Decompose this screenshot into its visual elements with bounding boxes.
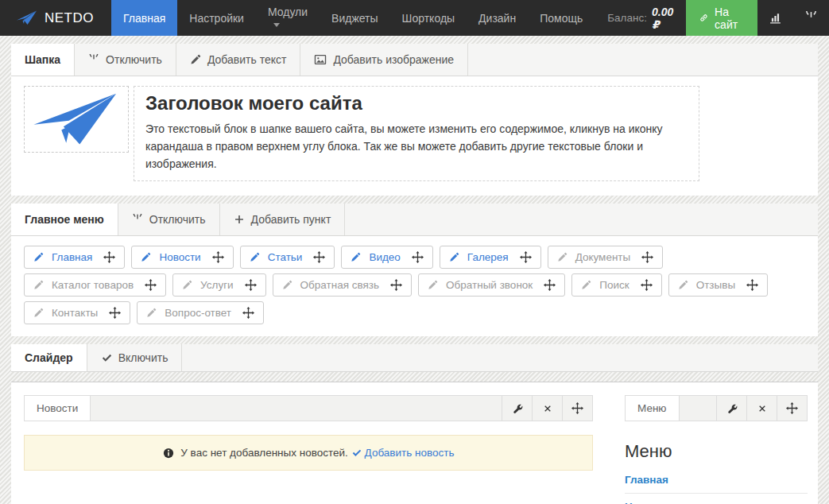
menu-item-button[interactable]: Новости	[131, 246, 233, 269]
menu-item-button[interactable]: Главная	[24, 246, 125, 269]
navbar-menu: Главная Настройки Модули Виджеты Шорткод…	[111, 0, 595, 36]
menu-item-button[interactable]: Контакты	[24, 301, 130, 324]
pencil-icon[interactable]	[182, 280, 192, 290]
move-icon[interactable]	[777, 396, 807, 421]
move-icon[interactable]	[562, 396, 592, 421]
brand-name: NETDO	[45, 10, 94, 26]
tab-slider[interactable]: Слайдер	[11, 344, 87, 371]
pencil-icon[interactable]	[33, 252, 44, 262]
to-site-button[interactable]: На сайт	[686, 0, 757, 36]
menu-item-button[interactable]: Обратный звонок	[418, 273, 565, 297]
pencil-icon[interactable]	[33, 308, 44, 318]
menu-disable-button[interactable]: Отключить	[118, 204, 220, 235]
empty-news-alert: У вас нет добавленных новостей. Добавить…	[24, 435, 593, 471]
tab-main-menu[interactable]: Главное меню	[11, 204, 118, 235]
pencil-icon[interactable]	[428, 280, 438, 290]
menu-item-label: Услуги	[200, 279, 234, 291]
wrench-icon[interactable]	[502, 396, 532, 421]
navbar-right: Баланс: 0.00 ₽ На сайт	[595, 0, 829, 36]
move-icon[interactable]	[520, 251, 532, 263]
menu-item-button[interactable]: Вопрос-ответ	[137, 301, 264, 324]
move-icon[interactable]	[242, 307, 254, 319]
menu-item-label: Контакты	[52, 307, 98, 319]
link-icon	[699, 12, 708, 24]
pencil-icon[interactable]	[282, 280, 292, 290]
move-icon[interactable]	[641, 251, 653, 263]
move-icon[interactable]	[145, 279, 157, 291]
add-news-link[interactable]: Добавить новость	[351, 447, 455, 459]
menu-item-button[interactable]: Отзывы	[668, 273, 768, 297]
move-icon[interactable]	[641, 279, 653, 291]
pencil-icon[interactable]	[581, 280, 591, 290]
header-disable-button[interactable]: Отключить	[75, 44, 176, 76]
site-title: Заголовок моего сайта	[145, 92, 688, 114]
sidebar-menu-link[interactable]: Новости	[625, 494, 808, 504]
stats-button[interactable]	[757, 0, 793, 36]
menu-add-item-button[interactable]: Добавить пункт	[220, 204, 346, 235]
move-icon[interactable]	[212, 251, 224, 263]
menu-item-button[interactable]: Видео	[341, 246, 432, 269]
nav-item[interactable]: Виджеты	[320, 0, 390, 36]
pencil-icon[interactable]	[33, 280, 44, 290]
pencil-icon[interactable]	[141, 252, 151, 262]
nav-item[interactable]: Шорткоды	[390, 0, 467, 36]
move-icon[interactable]	[544, 279, 556, 291]
close-icon[interactable]	[746, 396, 777, 421]
to-site-label: На сайт	[715, 6, 744, 31]
pencil-icon[interactable]	[449, 252, 459, 262]
menu-item-button[interactable]: Услуги	[172, 273, 266, 297]
menu-item-button[interactable]: Галерея	[440, 246, 541, 269]
news-widget-tab[interactable]: Новости	[25, 396, 91, 421]
menu-item-button[interactable]: Поиск	[571, 273, 661, 297]
header-add-text-button[interactable]: Добавить текст	[176, 44, 301, 76]
site-preview-area: Новости	[11, 382, 818, 504]
pencil-icon[interactable]	[557, 252, 568, 262]
menu-item-button[interactable]: Статьи	[240, 246, 335, 269]
move-icon[interactable]	[390, 279, 402, 291]
power-icon	[132, 214, 143, 225]
slider-enable-button[interactable]: Включить	[87, 344, 183, 371]
move-icon[interactable]	[245, 279, 257, 291]
menu-item-button[interactable]: Документы	[548, 246, 664, 269]
nav-item[interactable]: Помощь	[528, 0, 595, 36]
menu-item-label: Галерея	[467, 251, 509, 263]
site-header-text-block[interactable]: Заголовок моего сайта Это текстовый блок…	[134, 86, 699, 181]
nav-item[interactable]: Модули	[256, 0, 320, 36]
menu-item-label: Документы	[575, 251, 631, 263]
tab-header[interactable]: Шапка	[11, 44, 75, 76]
close-icon[interactable]	[532, 396, 562, 421]
pencil-icon[interactable]	[678, 280, 688, 290]
menu-item-button[interactable]: Обратная связь	[273, 273, 412, 297]
pencil-icon[interactable]	[146, 308, 157, 318]
menu-widget: Меню Меню	[625, 395, 808, 504]
nav-item[interactable]: Главная	[111, 0, 177, 36]
brand[interactable]: NETDO	[0, 0, 111, 36]
nav-item[interactable]: Дизайн	[467, 0, 528, 36]
header-add-image-button[interactable]: Добавить изображение	[300, 44, 468, 76]
site-logo-block[interactable]	[24, 86, 129, 153]
move-icon[interactable]	[313, 251, 325, 263]
menu-widget-tab[interactable]: Меню	[626, 396, 680, 421]
power-icon	[804, 11, 818, 25]
site-description: Это текстовый блок в шапке вашего сайта,…	[145, 120, 688, 173]
move-icon[interactable]	[103, 251, 115, 263]
move-icon[interactable]	[412, 251, 424, 263]
sidebar-menu-links: Главная Новости Статьи Видео	[625, 467, 808, 504]
image-icon	[314, 53, 327, 66]
pencil-icon[interactable]	[351, 252, 361, 262]
menu-item-button[interactable]: Каталог товаров	[24, 273, 166, 297]
move-icon[interactable]	[109, 307, 121, 319]
slider-section: Слайдер Включить	[11, 344, 818, 372]
nav-item[interactable]: Настройки	[177, 0, 256, 36]
menu-item-label: Поиск	[599, 279, 629, 291]
empty-news-text: У вас нет добавленных новостей.	[180, 447, 348, 459]
pencil-icon[interactable]	[250, 252, 260, 262]
move-icon[interactable]	[746, 279, 758, 291]
check-icon	[351, 448, 362, 458]
logout-button[interactable]	[793, 0, 829, 36]
wrench-icon[interactable]	[716, 396, 746, 421]
sidebar-menu-link[interactable]: Главная	[625, 467, 808, 494]
header-tabbar: Шапка Отключить Добавить текст	[11, 44, 818, 76]
pencil-icon	[190, 54, 201, 65]
paper-plane-icon	[16, 10, 37, 25]
